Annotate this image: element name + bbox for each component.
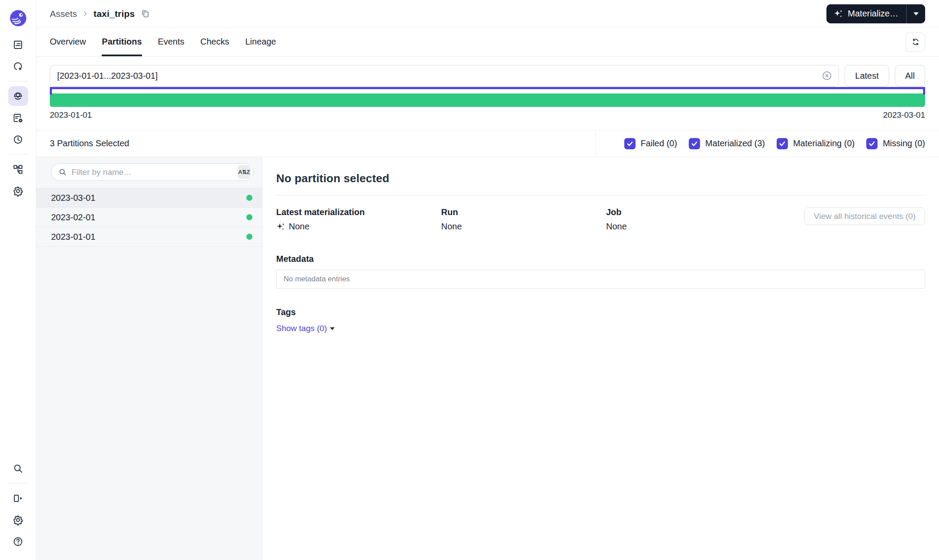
tab-partitions[interactable]: Partitions (102, 28, 142, 56)
sparkle-icon (276, 222, 285, 231)
sparkle-icon (833, 9, 843, 19)
filter-materializing-label: Materializing (0) (793, 138, 855, 148)
checkbox-checked-icon[interactable] (777, 138, 788, 149)
checkbox-checked-icon[interactable] (866, 138, 878, 149)
all-button[interactable]: All (895, 65, 925, 87)
clear-range-button[interactable] (821, 70, 833, 81)
sort-az-button[interactable]: A⇅Z (237, 165, 251, 179)
latest-materialization-label: Latest materialization (276, 207, 441, 217)
partition-health-bar[interactable] (50, 93, 925, 107)
breadcrumb-assets-link[interactable]: Assets (50, 9, 77, 19)
assets-globe-icon (12, 90, 24, 102)
checkbox-checked-icon[interactable] (624, 138, 636, 149)
show-tags-label: Show tags (0) (276, 324, 327, 333)
job-label: Job (606, 207, 804, 217)
partition-row[interactable]: 2023-02-01 (36, 208, 262, 227)
nav-divider (9, 483, 28, 483)
chevron-down-icon (913, 12, 919, 16)
chevron-down-icon (330, 327, 335, 330)
selection-toolbar: 3 Partitions Selected Failed (0) Materia… (36, 130, 939, 157)
tab-overview[interactable]: Overview (50, 28, 86, 56)
job-col: Job None (606, 207, 804, 232)
settings-gear-icon (12, 514, 24, 526)
schedules-clock-icon (12, 134, 24, 145)
nav-divider (9, 154, 28, 154)
tags-section-label: Tags (276, 307, 925, 317)
clear-circle-x-icon (821, 70, 833, 81)
dagster-octopus-icon (9, 9, 28, 28)
materialize-label: Materialize… (848, 9, 898, 19)
partition-range-field (50, 65, 839, 87)
global-search-button[interactable] (8, 458, 28, 478)
materialize-split-button: Materialize… (826, 4, 925, 23)
partitions-selected-count: 3 Partitions Selected (50, 138, 129, 148)
structure-tree-icon (12, 164, 24, 175)
partition-name: 2023-02-01 (51, 212, 95, 222)
job-value: None (606, 222, 627, 232)
nav-runs-button[interactable] (8, 56, 28, 76)
partition-name: 2023-03-01 (51, 193, 95, 203)
nav-structure-button[interactable] (8, 159, 28, 179)
show-tags-toggle[interactable]: Show tags (0) (276, 324, 335, 333)
filter-missing-label: Missing (0) (883, 138, 925, 148)
latest-materialization-none: None (289, 222, 310, 232)
tab-bar: Overview Partitions Events Checks Lineag… (36, 28, 939, 57)
dagster-logo[interactable] (8, 8, 29, 29)
help-icon (12, 536, 24, 547)
user-settings-button[interactable] (8, 510, 28, 530)
copy-icon (141, 9, 150, 18)
refresh-button[interactable] (906, 32, 925, 52)
runs-loop-icon (12, 61, 24, 72)
filter-missing[interactable]: Missing (0) (866, 138, 925, 149)
deployment-gear-icon (12, 185, 24, 197)
section-divider (276, 195, 925, 196)
filter-materialized[interactable]: Materialized (3) (689, 138, 765, 149)
chevron-right-icon (81, 10, 89, 18)
help-button[interactable] (8, 531, 28, 551)
nav-overview-button[interactable] (8, 35, 28, 55)
expand-panel-button[interactable] (8, 488, 28, 508)
materialization-info-row: Latest materialization None Run N (276, 207, 925, 232)
tab-checks[interactable]: Checks (200, 28, 229, 56)
materialize-dropdown-button[interactable] (906, 4, 925, 23)
nav-deployment-button[interactable] (8, 181, 28, 201)
checkbox-checked-icon[interactable] (689, 138, 700, 149)
partition-range-selector: Latest All 2023-01-01 2023-03-01 (36, 57, 939, 130)
view-historical-events-button[interactable]: View all historical events (0) (804, 207, 925, 225)
asset-note-icon (12, 39, 24, 51)
latest-button[interactable]: Latest (845, 65, 889, 87)
app-root: Assets taxi_trips (0, 0, 939, 560)
metadata-section-label: Metadata (276, 254, 925, 264)
filter-materializing[interactable]: Materializing (0) (777, 138, 855, 149)
breadcrumb: Assets taxi_trips (50, 9, 150, 19)
partition-row[interactable]: 2023-01-01 (36, 227, 262, 247)
run-value: None (441, 222, 462, 232)
nav-assets-button[interactable] (8, 86, 28, 106)
filter-failed[interactable]: Failed (0) (624, 138, 677, 149)
nav-schedules-button[interactable] (8, 129, 28, 149)
nav-jobs-button[interactable] (8, 108, 28, 128)
partition-filter-input[interactable] (67, 167, 237, 177)
partition-filter-field: A⇅Z (51, 163, 254, 181)
jobs-doc-gear-icon (12, 112, 24, 124)
tab-events[interactable]: Events (158, 28, 184, 56)
partition-range-input[interactable] (57, 71, 821, 81)
copy-asset-name-button[interactable] (141, 9, 150, 18)
collapse-panel-icon (12, 492, 24, 504)
metadata-empty-box: No metadata entries (276, 270, 925, 289)
page-header: Assets taxi_trips (36, 0, 939, 28)
search-icon (58, 167, 67, 177)
asset-tabs: Overview Partitions Events Checks Lineag… (50, 28, 276, 56)
materialized-status-dot (246, 214, 252, 220)
partition-list-panel: A⇅Z 2023-03-01 2023-02-01 2023-01-01 (36, 157, 262, 560)
run-label: Run (441, 207, 606, 217)
filter-materialized-label: Materialized (3) (705, 138, 765, 148)
partition-row[interactable]: 2023-03-01 (36, 188, 262, 208)
run-col: Run None (441, 207, 606, 232)
metadata-empty-text: No metadata entries (284, 275, 350, 283)
materialized-status-dot (246, 234, 252, 240)
filter-failed-label: Failed (0) (641, 138, 677, 148)
materialize-button[interactable]: Materialize… (826, 4, 906, 23)
tab-lineage[interactable]: Lineage (245, 28, 276, 56)
materialized-status-dot (246, 195, 252, 201)
